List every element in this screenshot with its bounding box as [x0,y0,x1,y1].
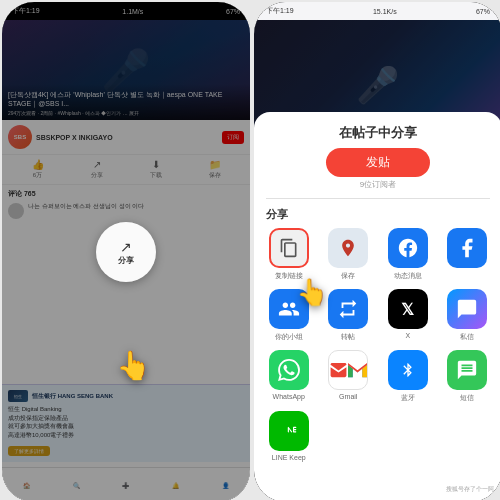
gmail-icon [328,350,368,390]
bluetooth-icon [388,350,428,390]
screen-right: 下午1:19 15.1K/s 67% 🎤 在帖子中分享 发贴 9位订阅者 分享 [254,2,500,500]
whatsapp-icon [269,350,309,390]
share-item-repost[interactable]: 转帖 [322,289,376,342]
copy-link-icon [269,228,309,268]
share-bubble-label: 分享 [118,255,134,266]
x-twitter-icon: 𝕏 [388,289,428,329]
share-item-private-msg[interactable]: 私信 [441,289,495,342]
bluetooth-label: 蓝牙 [401,393,415,403]
sms-icon [447,350,487,390]
share-item-facebook[interactable] [441,228,495,281]
gmail-label: Gmail [339,393,357,400]
share-item-copy-link[interactable]: 复制链接 [262,228,316,281]
your-group-label: 你的小组 [275,332,303,342]
line-icon [269,411,309,451]
right-video-person: 🎤 [356,65,400,106]
share-item-dynamic-news[interactable]: 动态消息 [381,228,435,281]
share-item-line[interactable]: LINE Keep [262,411,316,461]
share-grid-row1: 复制链接 保存 [254,228,500,289]
share-item-sms[interactable]: 短信 [441,350,495,403]
save-icon [328,228,368,268]
repost-icon [328,289,368,329]
facebook-icon [447,228,487,268]
hand-cursor-left: 👆 [116,349,151,382]
battery-right: 67% [476,8,490,15]
dynamic-news-icon [388,228,428,268]
screen-left: 下午1:19 1.1M/s 67% 🎤 [단독샷캠4K] 에스파 'Whipla… [2,2,250,500]
share-grid-row2: 你的小组 转帖 𝕏 X [254,289,500,350]
share-sheet: 在帖子中分享 发贴 9位订阅者 分享 复制链接 [254,112,500,500]
share-item-x-twitter[interactable]: 𝕏 X [381,289,435,342]
share-divider [266,198,490,199]
dynamic-news-label: 动态消息 [394,271,422,281]
share-item-bluetooth[interactable]: 蓝牙 [381,350,435,403]
share-grid-row3: WhatsApp [254,350,500,411]
share-sheet-title: 在帖子中分享 [254,112,500,148]
share-item-save[interactable]: 保存 [322,228,376,281]
x-twitter-label: X [405,332,410,339]
subscribers-count: 9位订阅者 [254,179,500,190]
signal-right: 15.1K/s [373,8,397,15]
share-item-gmail[interactable]: Gmail [322,350,376,403]
time-right: 下午1:19 [266,6,294,16]
private-msg-label: 私信 [460,332,474,342]
share-arrow-icon: ↗ [120,239,132,255]
watermark: 搜狐号存了个一阿 [446,485,494,494]
sms-label: 短信 [460,393,474,403]
share-grid-row4: LINE Keep [254,411,500,469]
whatsapp-label: WhatsApp [273,393,305,400]
private-msg-icon [447,289,487,329]
post-button[interactable]: 发贴 [326,148,430,177]
line-label: LINE Keep [272,454,306,461]
share-item-whatsapp[interactable]: WhatsApp [262,350,316,403]
share-section-label: 分享 [254,207,500,228]
hand-cursor-right: 👆 [296,277,328,308]
share-overlay: ↗ 分享 [2,2,250,500]
save-label: 保存 [341,271,355,281]
phone-right: 下午1:19 15.1K/s 67% 🎤 在帖子中分享 发贴 9位订阅者 分享 [254,2,500,500]
repost-label: 转帖 [341,332,355,342]
share-bubble[interactable]: ↗ 分享 [96,222,156,282]
phone-left: 下午1:19 1.1M/s 67% 🎤 [단독샷캠4K] 에스파 'Whipla… [2,2,250,500]
status-bar-right: 下午1:19 15.1K/s 67% [254,2,500,20]
